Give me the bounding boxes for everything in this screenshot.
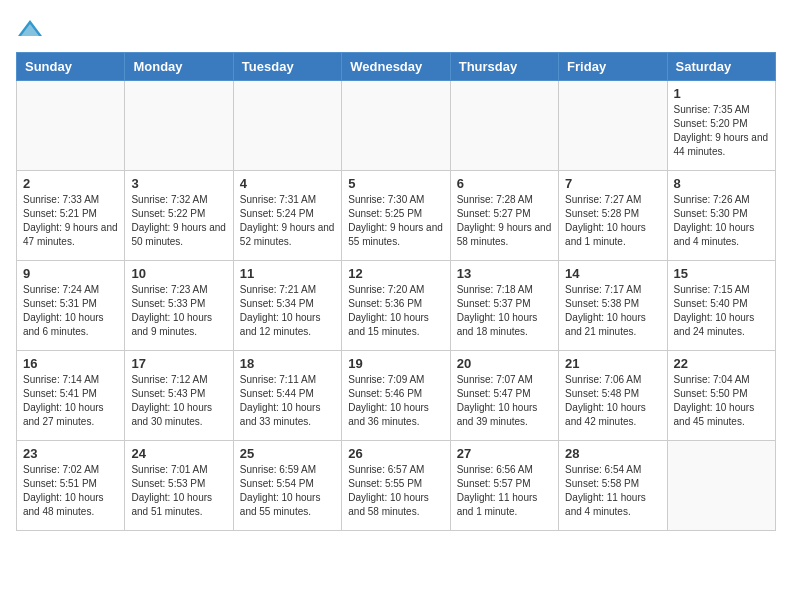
day-number: 17 [131,356,226,371]
calendar-cell [233,81,341,171]
page-header [16,16,776,44]
calendar-cell: 14Sunrise: 7:17 AM Sunset: 5:38 PM Dayli… [559,261,667,351]
calendar-cell: 12Sunrise: 7:20 AM Sunset: 5:36 PM Dayli… [342,261,450,351]
column-header-thursday: Thursday [450,53,558,81]
calendar-cell [17,81,125,171]
day-number: 9 [23,266,118,281]
logo [16,16,46,44]
day-info: Sunrise: 7:11 AM Sunset: 5:44 PM Dayligh… [240,373,335,429]
day-info: Sunrise: 6:54 AM Sunset: 5:58 PM Dayligh… [565,463,660,519]
calendar-cell: 9Sunrise: 7:24 AM Sunset: 5:31 PM Daylig… [17,261,125,351]
day-number: 25 [240,446,335,461]
day-number: 12 [348,266,443,281]
day-info: Sunrise: 7:31 AM Sunset: 5:24 PM Dayligh… [240,193,335,249]
day-info: Sunrise: 7:06 AM Sunset: 5:48 PM Dayligh… [565,373,660,429]
day-number: 22 [674,356,769,371]
calendar-cell: 1Sunrise: 7:35 AM Sunset: 5:20 PM Daylig… [667,81,775,171]
week-row-4: 16Sunrise: 7:14 AM Sunset: 5:41 PM Dayli… [17,351,776,441]
day-info: Sunrise: 7:24 AM Sunset: 5:31 PM Dayligh… [23,283,118,339]
day-info: Sunrise: 7:23 AM Sunset: 5:33 PM Dayligh… [131,283,226,339]
day-info: Sunrise: 7:12 AM Sunset: 5:43 PM Dayligh… [131,373,226,429]
day-info: Sunrise: 7:02 AM Sunset: 5:51 PM Dayligh… [23,463,118,519]
calendar-cell [667,441,775,531]
calendar-cell: 18Sunrise: 7:11 AM Sunset: 5:44 PM Dayli… [233,351,341,441]
day-info: Sunrise: 7:27 AM Sunset: 5:28 PM Dayligh… [565,193,660,249]
calendar-cell: 23Sunrise: 7:02 AM Sunset: 5:51 PM Dayli… [17,441,125,531]
day-info: Sunrise: 6:57 AM Sunset: 5:55 PM Dayligh… [348,463,443,519]
day-info: Sunrise: 7:32 AM Sunset: 5:22 PM Dayligh… [131,193,226,249]
calendar-cell: 6Sunrise: 7:28 AM Sunset: 5:27 PM Daylig… [450,171,558,261]
day-info: Sunrise: 7:28 AM Sunset: 5:27 PM Dayligh… [457,193,552,249]
day-info: Sunrise: 7:30 AM Sunset: 5:25 PM Dayligh… [348,193,443,249]
day-number: 7 [565,176,660,191]
calendar-cell: 16Sunrise: 7:14 AM Sunset: 5:41 PM Dayli… [17,351,125,441]
calendar-cell [450,81,558,171]
day-number: 6 [457,176,552,191]
column-header-friday: Friday [559,53,667,81]
day-info: Sunrise: 7:35 AM Sunset: 5:20 PM Dayligh… [674,103,769,159]
column-header-saturday: Saturday [667,53,775,81]
day-number: 16 [23,356,118,371]
day-number: 18 [240,356,335,371]
column-header-sunday: Sunday [17,53,125,81]
column-header-tuesday: Tuesday [233,53,341,81]
day-number: 1 [674,86,769,101]
calendar-cell: 3Sunrise: 7:32 AM Sunset: 5:22 PM Daylig… [125,171,233,261]
day-info: Sunrise: 7:17 AM Sunset: 5:38 PM Dayligh… [565,283,660,339]
day-number: 26 [348,446,443,461]
calendar-cell: 11Sunrise: 7:21 AM Sunset: 5:34 PM Dayli… [233,261,341,351]
day-number: 15 [674,266,769,281]
day-number: 27 [457,446,552,461]
day-number: 2 [23,176,118,191]
calendar-header-row: SundayMondayTuesdayWednesdayThursdayFrid… [17,53,776,81]
week-row-5: 23Sunrise: 7:02 AM Sunset: 5:51 PM Dayli… [17,441,776,531]
calendar-cell: 19Sunrise: 7:09 AM Sunset: 5:46 PM Dayli… [342,351,450,441]
calendar-cell: 26Sunrise: 6:57 AM Sunset: 5:55 PM Dayli… [342,441,450,531]
calendar-cell: 7Sunrise: 7:27 AM Sunset: 5:28 PM Daylig… [559,171,667,261]
calendar-cell [559,81,667,171]
week-row-1: 1Sunrise: 7:35 AM Sunset: 5:20 PM Daylig… [17,81,776,171]
day-number: 23 [23,446,118,461]
calendar-cell: 13Sunrise: 7:18 AM Sunset: 5:37 PM Dayli… [450,261,558,351]
calendar-cell: 4Sunrise: 7:31 AM Sunset: 5:24 PM Daylig… [233,171,341,261]
day-number: 20 [457,356,552,371]
calendar-cell: 5Sunrise: 7:30 AM Sunset: 5:25 PM Daylig… [342,171,450,261]
day-number: 8 [674,176,769,191]
calendar-cell: 15Sunrise: 7:15 AM Sunset: 5:40 PM Dayli… [667,261,775,351]
calendar-table: SundayMondayTuesdayWednesdayThursdayFrid… [16,52,776,531]
day-info: Sunrise: 7:07 AM Sunset: 5:47 PM Dayligh… [457,373,552,429]
day-info: Sunrise: 7:26 AM Sunset: 5:30 PM Dayligh… [674,193,769,249]
day-info: Sunrise: 7:15 AM Sunset: 5:40 PM Dayligh… [674,283,769,339]
day-number: 4 [240,176,335,191]
calendar-cell: 8Sunrise: 7:26 AM Sunset: 5:30 PM Daylig… [667,171,775,261]
day-number: 3 [131,176,226,191]
day-number: 10 [131,266,226,281]
day-number: 24 [131,446,226,461]
day-info: Sunrise: 6:59 AM Sunset: 5:54 PM Dayligh… [240,463,335,519]
day-number: 19 [348,356,443,371]
week-row-3: 9Sunrise: 7:24 AM Sunset: 5:31 PM Daylig… [17,261,776,351]
calendar-cell: 2Sunrise: 7:33 AM Sunset: 5:21 PM Daylig… [17,171,125,261]
calendar-cell: 20Sunrise: 7:07 AM Sunset: 5:47 PM Dayli… [450,351,558,441]
calendar-cell: 27Sunrise: 6:56 AM Sunset: 5:57 PM Dayli… [450,441,558,531]
calendar-cell: 17Sunrise: 7:12 AM Sunset: 5:43 PM Dayli… [125,351,233,441]
day-number: 21 [565,356,660,371]
calendar-cell: 24Sunrise: 7:01 AM Sunset: 5:53 PM Dayli… [125,441,233,531]
calendar-cell: 25Sunrise: 6:59 AM Sunset: 5:54 PM Dayli… [233,441,341,531]
day-info: Sunrise: 7:20 AM Sunset: 5:36 PM Dayligh… [348,283,443,339]
calendar-cell: 22Sunrise: 7:04 AM Sunset: 5:50 PM Dayli… [667,351,775,441]
day-number: 11 [240,266,335,281]
calendar-cell [125,81,233,171]
calendar-cell: 28Sunrise: 6:54 AM Sunset: 5:58 PM Dayli… [559,441,667,531]
calendar-cell: 10Sunrise: 7:23 AM Sunset: 5:33 PM Dayli… [125,261,233,351]
day-info: Sunrise: 7:14 AM Sunset: 5:41 PM Dayligh… [23,373,118,429]
day-number: 14 [565,266,660,281]
calendar-cell: 21Sunrise: 7:06 AM Sunset: 5:48 PM Dayli… [559,351,667,441]
week-row-2: 2Sunrise: 7:33 AM Sunset: 5:21 PM Daylig… [17,171,776,261]
day-info: Sunrise: 7:21 AM Sunset: 5:34 PM Dayligh… [240,283,335,339]
logo-icon [16,16,44,44]
day-number: 28 [565,446,660,461]
day-info: Sunrise: 7:33 AM Sunset: 5:21 PM Dayligh… [23,193,118,249]
day-number: 5 [348,176,443,191]
day-number: 13 [457,266,552,281]
